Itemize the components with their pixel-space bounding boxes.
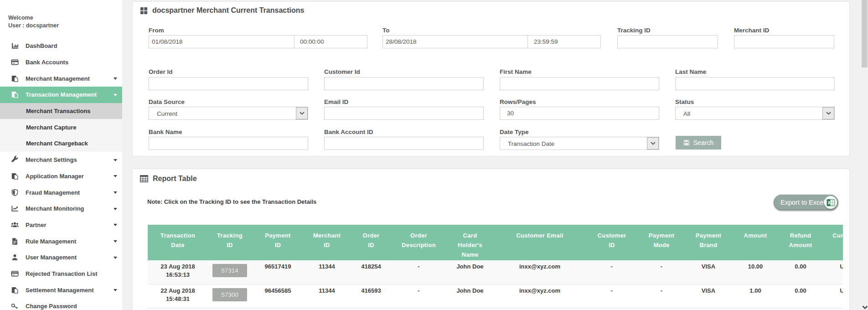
caret-down-icon: [114, 257, 117, 259]
last-name-input[interactable]: [675, 77, 835, 90]
sidebar-item-merchant-chargeback[interactable]: Merchant Chargeback: [0, 135, 122, 152]
data-source-label: Data Source: [149, 98, 185, 105]
sidebar-item-merchant-monitoring[interactable]: Merchant Monitoring: [0, 201, 122, 217]
from-label: From: [149, 27, 164, 34]
scrollbar-thumb[interactable]: [862, 0, 868, 67]
search-button[interactable]: Search: [676, 136, 721, 150]
excel-icon: [824, 196, 837, 209]
column-header: Card Holder's Name: [445, 225, 495, 260]
column-header: Amount: [733, 225, 778, 260]
table-cell: -: [639, 284, 684, 308]
export-button-label: Export to Excel: [780, 199, 825, 206]
column-header: Order ID: [350, 225, 393, 260]
sidebar-item-merchant-settings[interactable]: Merchant Settings: [0, 152, 122, 168]
tracking-id-cell: 57300: [208, 284, 252, 308]
table-cell: VISA: [684, 284, 733, 308]
customer-id-input[interactable]: [324, 77, 484, 90]
welcome-text: Welcome: [8, 14, 59, 22]
sidebar-item-bank-accounts[interactable]: Bank Accounts: [0, 54, 122, 71]
sidebar-item-label: Change Password: [26, 303, 77, 310]
from-date-input[interactable]: [149, 35, 294, 48]
sidebar-item-label: Rule Management: [26, 238, 76, 245]
bank-account-id-label: Bank Account ID: [324, 129, 373, 135]
users-icon: [10, 220, 19, 229]
column-header: Tracking ID: [208, 225, 252, 260]
caret-down-icon: [114, 224, 117, 226]
tracking-id-button[interactable]: 57300: [212, 288, 247, 301]
table-row: 22 Aug 2018 15:48:31 57300 96456585 1134…: [148, 284, 843, 308]
table-cell: -: [393, 260, 445, 284]
table-cell: 11344: [304, 260, 350, 284]
sidebar-item-label: Transaction Management: [26, 91, 97, 98]
tracking-id-input[interactable]: [617, 35, 718, 48]
table-cell: inxx@xyz.com: [495, 260, 584, 284]
sidebar-item-fraud-management[interactable]: Fraud Management: [0, 184, 122, 201]
merchant-id-input[interactable]: [734, 35, 834, 48]
column-header: Payment Brand: [684, 225, 733, 260]
sidebar-item-settlement-management[interactable]: Settlement Management: [0, 282, 122, 298]
sidebar-item-merchant-capture[interactable]: Merchant Capture: [0, 119, 122, 135]
sidebar-item-rejected-transaction-list[interactable]: Rejected Transaction List: [0, 266, 122, 282]
table-header-row: Transaction Date Tracking ID Payment ID …: [148, 225, 843, 260]
sidebar-item-rule-management[interactable]: Rule Management: [0, 233, 122, 249]
sidebar-item-merchant-management[interactable]: Merchant Management: [0, 70, 122, 87]
data-source-select[interactable]: Current: [149, 107, 308, 120]
date-type-select[interactable]: Transaction Date: [500, 137, 659, 150]
line-chart-icon: [10, 204, 19, 213]
caret-down-icon: [114, 94, 117, 96]
filter-panel-title: docspartner Merchant Current Transaction…: [140, 6, 304, 15]
sidebar-item-transaction-management[interactable]: Transaction Management: [0, 87, 122, 103]
to-time-input[interactable]: [527, 35, 601, 48]
documents-icon: [10, 90, 19, 99]
to-date-input[interactable]: [382, 35, 528, 48]
caret-down-icon: [114, 78, 117, 80]
save-icon: [683, 140, 690, 146]
table-cell: VISA: [684, 260, 733, 284]
from-time-input[interactable]: [294, 35, 367, 48]
sidebar-item-label: Merchant Transactions: [26, 108, 91, 114]
note-text: Note: Click on the Tracking ID to see th…: [147, 198, 316, 205]
rows-pages-input[interactable]: [500, 107, 659, 120]
sidebar-item-label: Rejected Transaction List: [26, 270, 98, 277]
report-panel-title: Report Table: [140, 175, 197, 183]
data-source-value: Current: [157, 110, 177, 117]
caret-down-icon: [114, 159, 117, 161]
credit-card-icon: [10, 58, 19, 67]
wrench-icon: [10, 155, 19, 165]
sidebar-item-dashboard[interactable]: DashBoard: [0, 38, 122, 54]
report-panel: Report Table Note: Click on the Tracking…: [132, 169, 850, 310]
email-id-input[interactable]: [324, 107, 484, 120]
table-cell: 1.00: [733, 284, 778, 308]
tracking-id-button[interactable]: 57314: [212, 264, 247, 277]
column-header: Payment ID: [252, 225, 304, 260]
sidebar-item-application-manager[interactable]: Application Manager: [0, 168, 122, 185]
table-cell: 0.00: [778, 284, 823, 308]
documents-icon: [10, 171, 19, 181]
merchant-id-label: Merchant ID: [734, 27, 769, 34]
sidebar-item-label: Partner: [26, 222, 46, 228]
vertical-scrollbar[interactable]: [861, 0, 868, 310]
table-body: 23 Aug 2018 16:53:13 57314 96517419 1134…: [148, 260, 843, 308]
documents-icon: [10, 74, 19, 83]
scroll-down-chevron-icon[interactable]: [862, 305, 868, 310]
order-id-input[interactable]: [149, 77, 308, 90]
sidebar-item-partner[interactable]: Partner: [0, 217, 122, 233]
table-cell: inxx@xyz.com: [495, 284, 584, 308]
table-cell: 22 Aug 2018 15:48:31: [148, 284, 208, 308]
sidebar-item-merchant-transactions[interactable]: Merchant Transactions: [0, 103, 122, 119]
sidebar-item-label: Merchant Capture: [26, 124, 77, 131]
bank-name-input[interactable]: [149, 137, 308, 150]
bank-account-id-input[interactable]: [324, 137, 484, 150]
report-table: Transaction Date Tracking ID Payment ID …: [148, 225, 843, 308]
chevron-down-icon: [296, 107, 308, 119]
sidebar-item-change-password[interactable]: Change Password: [0, 298, 122, 310]
sidebar-item-user-management[interactable]: User Management: [0, 249, 122, 266]
table-cell: 96517419: [252, 260, 304, 284]
first-name-input[interactable]: [500, 77, 659, 90]
status-select[interactable]: All: [675, 107, 835, 120]
export-to-excel-button[interactable]: Export to Excel: [774, 195, 838, 210]
sidebar-item-label: Merchant Settings: [26, 156, 77, 163]
column-header: Order Description: [393, 225, 445, 260]
grid-icon: [140, 7, 148, 15]
bank-name-label: Bank Name: [149, 129, 182, 135]
